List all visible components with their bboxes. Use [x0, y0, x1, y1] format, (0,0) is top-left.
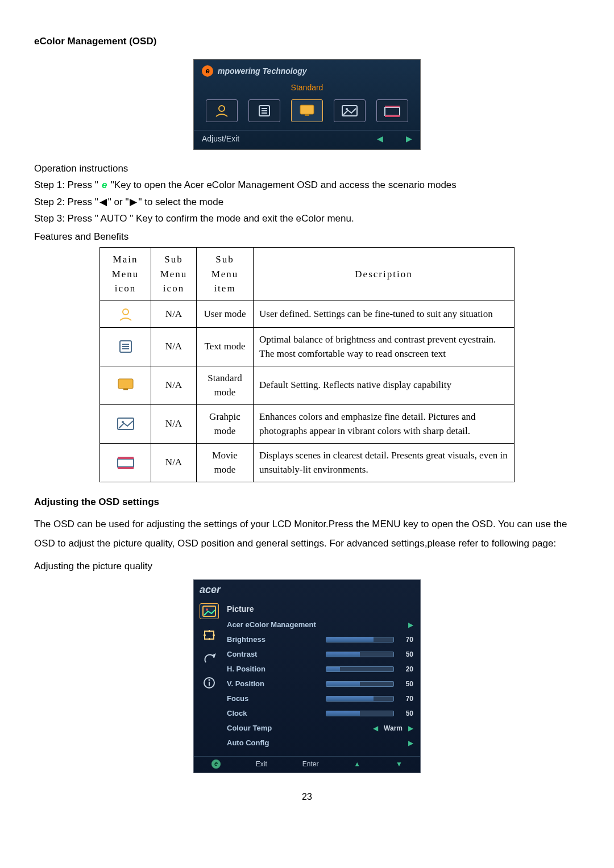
enter-button[interactable]: Enter — [302, 759, 319, 769]
sub-menu-icon-cell: N/A — [151, 404, 197, 443]
sub-menu-item-cell: User mode — [197, 301, 254, 327]
description-cell: Default Setting. Reflects native display… — [254, 366, 515, 404]
adjusting-heading: Adjusting the OSD settings — [34, 495, 580, 510]
step-1: Step 1: Press " e "Key to open the Acer … — [34, 178, 580, 193]
slider-value: 50 — [400, 679, 413, 689]
sub-menu-icon-cell: N/A — [151, 327, 197, 366]
table-row: N/AGrahpic modeEnhances colors and empha… — [100, 404, 515, 443]
osd-item-value: 50 — [326, 649, 413, 660]
svg-rect-18 — [123, 389, 128, 390]
sub-menu-item-cell: Grahpic mode — [197, 404, 254, 443]
option-left-icon[interactable]: ◀ — [373, 723, 378, 733]
nav-arrow-icon[interactable]: ▶ — [408, 620, 413, 630]
description-cell: User defined. Settings can be fine-tuned… — [254, 301, 515, 327]
slider-track[interactable] — [326, 711, 394, 716]
adjusting-subtitle: Adjusting the picture quality — [34, 559, 580, 574]
table-row: N/AUser modeUser defined. Settings can b… — [100, 301, 515, 327]
slider-track[interactable] — [326, 696, 394, 702]
osd-bottom-bar: e Exit Enter ▲ ▼ — [194, 756, 420, 773]
th-main-icon: Main Menu icon — [100, 248, 151, 301]
nav-right-icon[interactable]: ▶ — [406, 133, 412, 145]
step2-mid: " or " — [108, 195, 129, 210]
graphic-mode-icon[interactable] — [334, 99, 366, 122]
movie-mode-icon[interactable] — [376, 99, 408, 122]
slider-track[interactable] — [326, 652, 394, 657]
user-mode-icon[interactable] — [206, 99, 238, 122]
e-key-icon: e — [99, 180, 110, 190]
osd-item-value: ▶ — [408, 738, 413, 748]
exit-button[interactable]: Exit — [256, 759, 267, 769]
right-key-icon: ▶ — [130, 195, 137, 210]
slider-value: 70 — [400, 635, 413, 645]
mode-icons-row — [194, 96, 420, 130]
slider-track[interactable] — [326, 637, 394, 642]
svg-point-0 — [219, 106, 225, 111]
nav-left-icon[interactable]: ◀ — [377, 133, 383, 145]
acer-osd-panel: acer Picture Acer eColor Management▶Brig… — [193, 579, 421, 773]
description-cell: Displays scenes in clearest detail. Pres… — [254, 443, 515, 482]
picture-tab-icon[interactable] — [200, 603, 219, 619]
osd-item-row[interactable]: Acer eColor Management▶ — [227, 617, 413, 632]
osd-item-label: V. Position — [227, 678, 264, 690]
e-button-icon[interactable]: e — [211, 760, 221, 769]
option-right-icon[interactable]: ▶ — [408, 723, 413, 733]
osd-item-label: Clock — [227, 708, 247, 719]
osd-down-icon[interactable]: ▼ — [396, 759, 403, 769]
osd-item-value: 70 — [326, 635, 413, 645]
th-sub-item: Sub Menu item — [197, 248, 254, 301]
osd-item-label: Contrast — [227, 649, 257, 660]
ecolor-logo-row: e mpowering Technology — [194, 63, 420, 81]
current-mode-label: Standard — [194, 82, 420, 94]
svg-rect-5 — [300, 105, 314, 114]
nav-arrow-icon[interactable]: ▶ — [408, 738, 413, 748]
sub-menu-icon-cell: N/A — [151, 301, 197, 327]
osd-item-row[interactable]: Clock50 — [227, 706, 413, 721]
osd-item-row[interactable]: Brightness70 — [227, 632, 413, 647]
osd-item-label: H. Position — [227, 663, 265, 675]
osd-item-label: Acer eColor Management — [227, 619, 316, 631]
osd-item-row[interactable]: Colour Temp◀Warm▶ — [227, 721, 413, 736]
table-row: N/AStandard modeDefault Setting. Reflect… — [100, 366, 515, 404]
option-value: Warm — [384, 723, 403, 733]
svg-rect-29 — [209, 682, 210, 686]
svg-rect-6 — [305, 114, 309, 116]
slider-track[interactable] — [326, 681, 394, 687]
svg-rect-21 — [118, 459, 134, 467]
acer-logo: acer — [194, 580, 420, 600]
standard-mode-icon[interactable] — [291, 99, 323, 122]
osd-item-row[interactable]: Contrast50 — [227, 647, 413, 662]
th-description: Description — [254, 248, 515, 301]
osd-main: Picture Acer eColor Management▶Brightnes… — [225, 600, 420, 756]
svg-point-25 — [206, 608, 208, 611]
step1-post: "Key to open the Acer eColor Management … — [111, 178, 457, 193]
table-row: N/AText modeOptimal balance of brightnes… — [100, 327, 515, 366]
step2-post: " to select the mode — [138, 195, 223, 210]
slider-value: 20 — [400, 664, 413, 674]
position-tab-icon[interactable] — [200, 627, 219, 643]
adjust-exit-label: Adjust/Exit — [202, 133, 239, 145]
osd-item-row[interactable]: Focus70 — [227, 691, 413, 706]
user-icon — [100, 301, 151, 327]
osd-item-row[interactable]: H. Position20 — [227, 662, 413, 677]
sub-menu-item-cell: Movie mode — [197, 443, 254, 482]
info-tab-icon[interactable] — [200, 675, 219, 691]
page-number: 23 — [34, 790, 580, 804]
text-icon — [100, 327, 151, 366]
sub-menu-icon-cell: N/A — [151, 366, 197, 404]
osd-item-row[interactable]: Auto Config▶ — [227, 736, 413, 750]
sub-menu-icon-cell: N/A — [151, 443, 197, 482]
osd-item-row[interactable]: V. Position50 — [227, 677, 413, 691]
settings-tab-icon[interactable] — [200, 651, 219, 667]
e-logo-icon: e — [202, 65, 213, 77]
osd-up-icon[interactable]: ▲ — [354, 759, 360, 769]
slider-track[interactable] — [326, 666, 394, 672]
text-mode-icon[interactable] — [248, 99, 280, 122]
left-key-icon: ◀ — [99, 195, 107, 210]
slider-value: 50 — [400, 708, 413, 719]
sub-menu-item-cell: Standard mode — [197, 366, 254, 404]
step-2: Step 2: Press " ◀ " or " ▶ " to select t… — [34, 195, 580, 210]
osd-item-label: Brightness — [227, 634, 265, 645]
osd-item-label: Auto Config — [227, 737, 269, 749]
table-row: N/AMovie modeDisplays scenes in clearest… — [100, 443, 515, 482]
movie-icon — [100, 443, 151, 482]
